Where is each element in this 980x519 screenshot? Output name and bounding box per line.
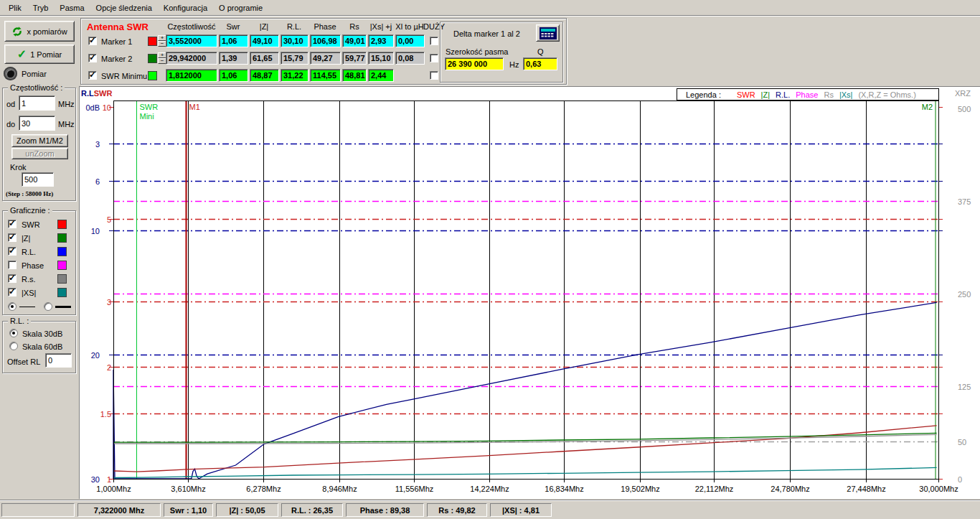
measure-x-label: x pomiarów bbox=[27, 27, 67, 36]
marker-value-2-1[interactable]: 1,06 bbox=[219, 69, 248, 82]
menu-item-plik[interactable]: Plik bbox=[3, 2, 27, 14]
menu-item-opcje-ledzenia[interactable]: Opcje śledzenia bbox=[90, 2, 158, 14]
trace-checkbox-5[interactable]: ✓ bbox=[8, 288, 17, 296]
trace-checkbox-0[interactable]: ✓ bbox=[8, 220, 17, 228]
plot-border bbox=[114, 101, 939, 480]
chart-plot[interactable]: 1,000Mhz3,610Mhz6,278Mhz8,946Mhz11,556Mh… bbox=[80, 87, 980, 500]
trace-checkbox-2[interactable]: ✓ bbox=[8, 247, 17, 256]
bandwidth-field[interactable]: 26 390 000 bbox=[445, 57, 504, 70]
x-tick-label-2: 6,278Mhz bbox=[246, 485, 281, 493]
xrz-axis-label-2: 250 bbox=[958, 290, 971, 299]
step-label: Krok bbox=[10, 163, 27, 172]
duzy-checkbox-1[interactable] bbox=[430, 54, 438, 62]
marker-value-1-6[interactable]: 15,10 bbox=[368, 52, 394, 65]
swr-axis-label-0: 10 bbox=[103, 103, 111, 112]
q-field[interactable]: 0,63 bbox=[523, 57, 557, 70]
thin-line-icon bbox=[19, 307, 35, 307]
step-input[interactable] bbox=[22, 172, 54, 187]
measure-knob-icon[interactable] bbox=[4, 67, 17, 80]
marker-value-1-0[interactable]: 29,942000 bbox=[166, 52, 217, 65]
marker-value-0-3[interactable]: 30,10 bbox=[281, 34, 308, 47]
marker-value-1-5[interactable]: 59,77 bbox=[342, 52, 367, 65]
x-tick-label-6: 16,834Mhz bbox=[545, 485, 583, 493]
marker-value-2-2[interactable]: 48,87 bbox=[250, 69, 279, 82]
delta-marker-group: Delta marker 1 al 2 Szerokość pasma 26 3… bbox=[440, 22, 563, 83]
thick-line-radio[interactable] bbox=[44, 302, 52, 311]
measure-x-button[interactable]: x pomiarów bbox=[4, 21, 75, 42]
rl-group-title: R.L. : bbox=[8, 317, 31, 325]
marker-value-0-6[interactable]: 2,93 bbox=[368, 34, 394, 47]
xrz-axis-label-1: 375 bbox=[958, 197, 971, 206]
q-label: Q bbox=[537, 47, 544, 56]
column-header-4: Phase bbox=[314, 22, 336, 31]
marker-value-1-4[interactable]: 49,27 bbox=[310, 52, 341, 65]
menu-item-o-programie[interactable]: O programie bbox=[213, 2, 268, 14]
duzy-checkbox-2[interactable] bbox=[430, 71, 438, 80]
marker-value-2-4[interactable]: 114,55 bbox=[310, 69, 341, 82]
x-tick-label-5: 14,224Mhz bbox=[470, 485, 509, 493]
marker-value-1-3[interactable]: 15,79 bbox=[281, 52, 308, 65]
trace-color-swatch-2 bbox=[57, 247, 67, 256]
trace-checkbox-1[interactable]: ✓ bbox=[8, 233, 17, 242]
menu-bar: PlikTrybPasmaOpcje śledzeniaKonfiguracja… bbox=[0, 0, 980, 16]
rl-scale-radio-0[interactable] bbox=[9, 329, 18, 337]
marker-label-m1-0: M1 bbox=[189, 103, 200, 111]
freq-from-input[interactable] bbox=[19, 95, 55, 111]
rl-scale-radio-1[interactable] bbox=[9, 342, 18, 350]
column-header-0: Częstotliwość bbox=[167, 22, 215, 31]
thin-line-radio[interactable] bbox=[8, 302, 17, 311]
marker-value-0-7[interactable]: 0,00 bbox=[395, 34, 425, 47]
status-cell-2: Swr : 1,10 bbox=[164, 503, 213, 517]
trace-label-1: |Z| bbox=[22, 234, 30, 243]
menu-item-pasma[interactable]: Pasma bbox=[54, 2, 90, 14]
trace-label-0: SWR bbox=[22, 220, 40, 229]
column-header-6: |Xs| +j bbox=[370, 22, 392, 31]
measure-1-button[interactable]: ✓ 1 Pomiar bbox=[4, 45, 75, 64]
unzoom-button[interactable]: unZoom bbox=[11, 148, 68, 159]
offset-rl-input[interactable] bbox=[45, 353, 72, 368]
status-cell-7: |XS| : 4,81 bbox=[490, 503, 552, 517]
marker-visible-checkbox-2[interactable]: ✓ bbox=[88, 71, 97, 80]
marker-value-2-5[interactable]: 48,81 bbox=[342, 69, 367, 82]
status-cell-0 bbox=[1, 503, 75, 517]
marker-value-1-2[interactable]: 61,65 bbox=[250, 52, 279, 65]
marker-value-1-1[interactable]: 1,39 bbox=[219, 52, 248, 65]
marker-value-2-6[interactable]: 2,44 bbox=[368, 69, 394, 82]
marker-value-1-7[interactable]: 0,08 bbox=[395, 52, 425, 65]
duzy-checkbox-0[interactable] bbox=[430, 37, 438, 45]
marker-visible-checkbox-1[interactable]: ✓ bbox=[88, 54, 97, 62]
xrz-axis-label-5: 0 bbox=[958, 475, 962, 484]
rl-axis-label-0: 0dB bbox=[85, 103, 100, 112]
trace-color-swatch-4 bbox=[57, 274, 67, 284]
bandwidth-label: Szerokość pasma bbox=[446, 47, 508, 56]
marker-value-0-0[interactable]: 3,552000 bbox=[166, 34, 217, 47]
marker-panel: Antenna SWR CzęstotliwośćSwr|Z|R.L.Phase… bbox=[80, 18, 567, 85]
xrz-axis-label-4: 50 bbox=[958, 438, 966, 446]
swr-axis-label-1: 5 bbox=[107, 215, 111, 224]
series-xs bbox=[113, 467, 937, 477]
freq-to-input[interactable] bbox=[19, 116, 55, 131]
marker-value-0-5[interactable]: 49,01 bbox=[342, 34, 367, 47]
rl-scale-group: R.L. : Skala 30dBSkala 60dB Offset RL bbox=[2, 321, 76, 373]
zoom-m1-m2-button[interactable]: Zoom M1/M2 bbox=[11, 134, 68, 147]
marker-value-2-3[interactable]: 31,22 bbox=[281, 69, 308, 82]
marker-value-0-2[interactable]: 49,10 bbox=[250, 34, 279, 47]
calculator-button[interactable] bbox=[536, 24, 560, 42]
x-tick-label-8: 22,112Mhz bbox=[695, 485, 734, 493]
menu-item-konfiguracja[interactable]: Konfiguracja bbox=[158, 2, 213, 14]
trace-checkbox-3[interactable] bbox=[8, 261, 17, 269]
marker-visible-checkbox-0[interactable]: ✓ bbox=[88, 37, 97, 45]
trace-label-2: R.L. bbox=[22, 248, 36, 256]
marker-value-0-4[interactable]: 106,98 bbox=[310, 34, 341, 47]
series-rl bbox=[113, 302, 937, 479]
marker-value-2-0[interactable]: 1,812000 bbox=[166, 69, 217, 82]
status-cell-6: Rs : 49,82 bbox=[427, 503, 487, 517]
menu-item-tryb[interactable]: Tryb bbox=[27, 2, 55, 14]
trace-checkbox-4[interactable]: ✓ bbox=[8, 274, 17, 283]
status-bar: 7,322000 MhzSwr : 1,10|Z| : 50,05R.L. : … bbox=[0, 500, 980, 519]
measure-1-label: 1 Pomiar bbox=[30, 50, 62, 59]
xrz-axis-label-0: 500 bbox=[958, 105, 971, 113]
status-cell-5: Phase : 89,38 bbox=[346, 503, 424, 517]
app-window: { "menu": { "items": ["Plik", "Tryb", "P… bbox=[0, 0, 980, 519]
marker-value-0-1[interactable]: 1,06 bbox=[219, 34, 248, 47]
